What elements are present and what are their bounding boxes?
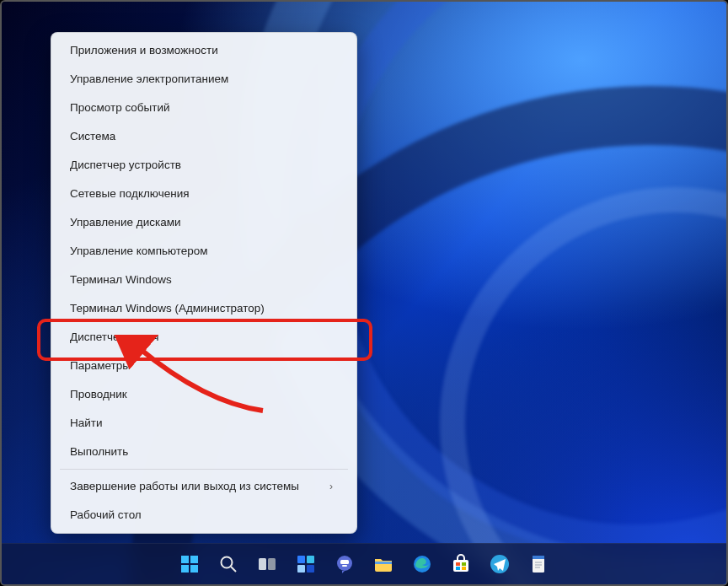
menu-item-label: Управление дисками: [70, 208, 181, 237]
start-icon[interactable]: [174, 548, 206, 580]
chevron-right-icon: ›: [329, 472, 333, 501]
svg-rect-11: [307, 565, 314, 573]
svg-rect-6: [259, 558, 266, 570]
svg-rect-10: [297, 565, 305, 573]
menu-item-label: Сетевые подключения: [70, 180, 190, 208]
menu-item-label: Управление электропитанием: [70, 65, 228, 94]
svg-rect-2: [181, 565, 189, 573]
menu-item-14[interactable]: Выполнить: [56, 438, 351, 466]
menu-item-9[interactable]: Терминал Windows (Администратор): [56, 294, 351, 323]
svg-rect-14: [342, 565, 347, 567]
menu-item-label: Приложения и возможности: [70, 36, 218, 65]
taskview-icon[interactable]: [251, 548, 283, 580]
edge-icon[interactable]: [406, 548, 438, 580]
menu-separator: [60, 469, 348, 470]
widgets-icon[interactable]: [290, 548, 322, 580]
svg-rect-9: [307, 556, 314, 563]
menu-item-0[interactable]: Приложения и возможности: [56, 36, 351, 65]
menu-item-label: Параметры: [70, 352, 131, 380]
notepad-icon[interactable]: [522, 548, 554, 580]
taskbar: [2, 543, 726, 584]
svg-point-4: [222, 557, 233, 568]
winx-context-menu: Приложения и возможностиУправление элект…: [51, 32, 357, 534]
svg-rect-3: [190, 565, 198, 573]
menu-item-label: Найти: [70, 409, 103, 438]
svg-rect-21: [462, 567, 466, 570]
menu-item-4[interactable]: Диспетчер устройств: [56, 151, 351, 180]
menu-item-label: Завершение работы или выход из системы: [70, 472, 299, 501]
svg-rect-19: [462, 562, 466, 566]
menu-item-label: Диспетчер устройств: [70, 151, 181, 180]
menu-item-label: Система: [70, 122, 115, 151]
chat-icon[interactable]: [329, 548, 361, 580]
explorer-icon[interactable]: [367, 548, 399, 580]
search-icon[interactable]: [212, 548, 244, 580]
menu-item-16[interactable]: Рабочий стол: [56, 501, 351, 530]
store-icon[interactable]: [445, 548, 477, 580]
menu-item-3[interactable]: Система: [56, 122, 351, 151]
svg-rect-18: [456, 562, 460, 566]
menu-item-15[interactable]: Завершение работы или выход из системы›: [56, 472, 351, 501]
menu-item-label: Управление компьютером: [70, 237, 208, 266]
menu-item-11[interactable]: Параметры: [56, 352, 351, 380]
svg-rect-24: [533, 556, 544, 559]
svg-rect-15: [375, 562, 392, 564]
menu-item-label: Терминал Windows (Администратор): [70, 294, 265, 323]
svg-rect-13: [340, 560, 349, 564]
menu-item-5[interactable]: Сетевые подключения: [56, 180, 351, 208]
menu-item-label: Просмотр событий: [70, 94, 170, 122]
menu-item-6[interactable]: Управление дисками: [56, 208, 351, 237]
menu-item-13[interactable]: Найти: [56, 409, 351, 438]
menu-item-1[interactable]: Управление электропитанием: [56, 65, 351, 94]
svg-rect-8: [297, 556, 305, 563]
menu-item-label: Выполнить: [70, 438, 128, 466]
menu-item-7[interactable]: Управление компьютером: [56, 237, 351, 266]
menu-item-label: Рабочий стол: [70, 501, 142, 530]
svg-rect-0: [181, 556, 189, 563]
menu-item-8[interactable]: Терминал Windows: [56, 266, 351, 294]
menu-item-2[interactable]: Просмотр событий: [56, 94, 351, 122]
svg-rect-17: [453, 560, 468, 572]
telegram-icon[interactable]: [484, 548, 516, 580]
menu-item-10[interactable]: Диспетчер задач: [56, 323, 351, 352]
svg-rect-1: [190, 556, 198, 563]
menu-item-label: Диспетчер задач: [70, 323, 159, 352]
svg-rect-20: [456, 567, 460, 570]
menu-item-label: Терминал Windows: [70, 266, 172, 294]
menu-item-12[interactable]: Проводник: [56, 380, 351, 409]
menu-item-label: Проводник: [70, 380, 127, 409]
svg-rect-7: [268, 558, 276, 570]
svg-line-5: [231, 567, 236, 572]
